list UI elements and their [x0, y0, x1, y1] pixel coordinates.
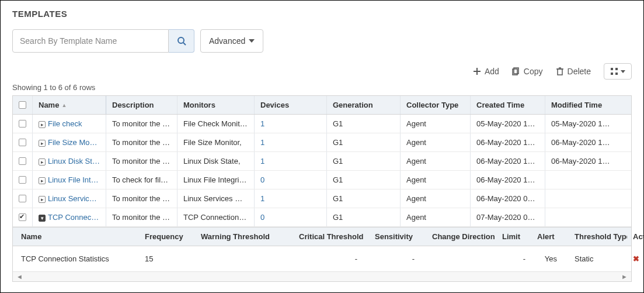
- row-checkbox[interactable]: [19, 157, 26, 165]
- cell-modified-time: 06-May-2020 10:4…: [545, 133, 619, 151]
- cell-collector-type: Agent: [401, 171, 471, 189]
- cell-modified-time: [545, 208, 619, 226]
- cell-devices[interactable]: 0: [255, 208, 327, 226]
- expand-icon[interactable]: ▸: [39, 158, 46, 166]
- expand-icon[interactable]: ▸: [39, 140, 46, 147]
- subcol-limit: Limit: [496, 227, 531, 246]
- row-checkbox[interactable]: [19, 195, 26, 202]
- subcol-critical-threshold: Critical Threshold: [293, 227, 369, 246]
- sub-table-row: TCP Connection Statistics 15 - - - Yes S…: [13, 246, 631, 271]
- search-button[interactable]: [169, 29, 194, 53]
- row-checkbox[interactable]: [19, 213, 26, 221]
- template-name-link[interactable]: ▸Linux File Integ…: [33, 171, 106, 189]
- table-row: ▸Linux Disk StateTo monitor the st…Linux…: [13, 152, 631, 171]
- horizontal-scrollbar[interactable]: ◄ ►: [13, 271, 631, 281]
- col-modified-time[interactable]: Modified Time: [545, 96, 619, 114]
- svg-point-0: [178, 37, 184, 43]
- table-row: ▸Linux File Integ…To check for file …Lin…: [13, 171, 631, 189]
- cell-devices[interactable]: 0: [255, 171, 327, 189]
- cell-created-time: 06-May-2020 08:5…: [471, 189, 545, 208]
- delete-label: Delete: [568, 67, 591, 76]
- expand-icon[interactable]: ▸: [39, 121, 46, 128]
- sort-asc-icon: ▲: [61, 102, 67, 108]
- table-header: Name▲ Description Monitors Devices Gener…: [13, 96, 631, 115]
- col-collector-type[interactable]: Collector Type: [401, 96, 471, 114]
- col-created-time[interactable]: Created Time: [471, 96, 545, 114]
- col-description[interactable]: Description: [106, 96, 177, 114]
- add-button[interactable]: Add: [473, 67, 499, 76]
- subrow-change-direction: [426, 250, 496, 268]
- row-checkbox[interactable]: [19, 176, 26, 184]
- cell-created-time: 06-May-2020 10:4…: [471, 133, 545, 151]
- table-row: ▸File checkTo monitor the la…File Check …: [13, 115, 631, 133]
- cell-collector-type: Agent: [401, 189, 471, 208]
- cell-devices[interactable]: 1: [255, 115, 327, 133]
- cell-description: To monitor the la…: [106, 115, 177, 133]
- actions-row: Add Copy Delete: [12, 63, 632, 80]
- cell-monitors: File Size Monitor,: [177, 133, 255, 151]
- cell-created-time: 07-May-2020 02:4…: [471, 208, 545, 226]
- col-monitors[interactable]: Monitors: [177, 96, 255, 114]
- svg-rect-6: [558, 69, 562, 75]
- cell-created-time: 05-May-2020 11:1…: [471, 115, 545, 133]
- row-checkbox[interactable]: [19, 139, 26, 146]
- subcol-alert: Alert: [531, 227, 563, 246]
- plus-icon: [473, 67, 481, 75]
- cell-monitors: Linux Disk State,: [177, 152, 255, 170]
- cell-monitors: Linux File Integrit…: [177, 171, 255, 189]
- templates-table: Name▲ Description Monitors Devices Gener…: [12, 95, 632, 282]
- copy-button[interactable]: Copy: [512, 67, 543, 76]
- col-generation[interactable]: Generation: [327, 96, 401, 114]
- cell-devices[interactable]: 1: [255, 152, 327, 170]
- subrow-sensitivity: -: [369, 250, 426, 268]
- template-name-link[interactable]: ▾TCP Connectio…: [33, 208, 106, 226]
- subrow-limit: -: [496, 250, 531, 268]
- view-toggle-button[interactable]: [604, 63, 632, 80]
- search-input[interactable]: [12, 29, 169, 53]
- copy-icon: [512, 67, 520, 75]
- cell-description: To monitor the fil…: [106, 133, 177, 151]
- cell-modified-time: 06-May-2020 11:3…: [545, 152, 619, 170]
- svg-rect-12: [615, 73, 618, 75]
- select-all-checkbox[interactable]: [19, 101, 26, 109]
- cell-generation: G1: [327, 208, 401, 226]
- cell-description: To check for file …: [106, 171, 177, 189]
- svg-rect-11: [611, 73, 613, 75]
- template-name-link[interactable]: ▸Linux Services …: [33, 189, 106, 208]
- cell-devices[interactable]: 1: [255, 133, 327, 151]
- template-name-link[interactable]: ▸Linux Disk State: [33, 152, 106, 170]
- cell-description: To monitor the st…: [106, 152, 177, 170]
- cell-monitors: TCP Connection S…: [177, 208, 255, 226]
- expand-icon[interactable]: ▸: [39, 177, 46, 184]
- cell-modified-time: [545, 189, 619, 208]
- subrow-alert: Yes: [531, 250, 563, 268]
- cell-devices[interactable]: 1: [255, 189, 327, 208]
- cell-monitors: Linux Services Mo…: [177, 189, 255, 208]
- subrow-name: TCP Connection Statistics: [13, 250, 139, 268]
- advanced-button[interactable]: Advanced: [200, 29, 263, 53]
- scroll-right-icon[interactable]: ►: [621, 273, 628, 280]
- cell-created-time: 06-May-2020 11:3…: [471, 152, 545, 170]
- subrow-action[interactable]: ✖: [627, 250, 644, 268]
- cell-collector-type: Agent: [401, 208, 471, 226]
- subcol-threshold-type: Threshold Type: [563, 227, 627, 246]
- template-name-link[interactable]: ▸File Size Monit…: [33, 133, 106, 151]
- delete-row-icon[interactable]: ✖: [633, 254, 639, 263]
- scroll-left-icon[interactable]: ◄: [16, 273, 23, 280]
- subrow-warning-threshold: [195, 250, 293, 268]
- row-checkbox[interactable]: [19, 120, 26, 127]
- subrow-frequency: 15: [139, 250, 195, 268]
- delete-button[interactable]: Delete: [556, 67, 591, 76]
- expand-icon[interactable]: ▸: [39, 196, 46, 203]
- cell-collector-type: Agent: [401, 133, 471, 151]
- col-name[interactable]: Name▲: [33, 96, 106, 114]
- page-title: TEMPLATES: [12, 9, 632, 19]
- cell-collector-type: Agent: [401, 115, 471, 133]
- cell-generation: G1: [327, 115, 401, 133]
- expand-icon[interactable]: ▾: [39, 215, 46, 222]
- col-devices[interactable]: Devices: [255, 96, 327, 114]
- subrow-threshold-type: Static: [563, 250, 627, 268]
- template-name-link[interactable]: ▸File check: [33, 115, 106, 133]
- table-row: ▸File Size Monit…To monitor the fil…File…: [13, 133, 631, 152]
- cell-modified-time: [545, 171, 619, 189]
